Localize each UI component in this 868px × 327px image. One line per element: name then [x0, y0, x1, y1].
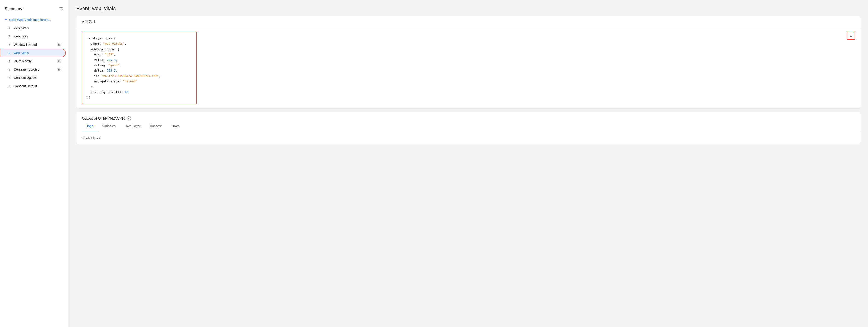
item-number: 6: [5, 43, 10, 47]
item-number: 4: [5, 60, 10, 63]
code-line-10: },: [87, 84, 192, 89]
code-line-1: dataLayer.push({: [87, 36, 192, 41]
output-card: Output of GTM-PMZ5VPR ? Tags Variables D…: [76, 112, 861, 144]
item-label: web_vitals: [14, 51, 61, 55]
sidebar-group-core-web-vitals[interactable]: ▼ Core Web Vitals measurem...: [0, 16, 69, 24]
help-icon[interactable]: ?: [127, 116, 131, 120]
page-title: Event: web_vitals: [76, 5, 861, 11]
sidebar-group-label: Core Web Vitals measurem...: [9, 18, 51, 22]
api-call-card: API Call dataLayer.push({ event: "web_vi…: [76, 16, 861, 108]
tabs-bar: Tags Variables Data Layer Consent Errors: [76, 121, 861, 131]
code-icon: ⊡: [57, 43, 61, 47]
tab-content: Tags Fired: [76, 131, 861, 144]
item-number: 2: [5, 76, 10, 80]
item-label: Container Loaded: [14, 68, 55, 71]
item-number: 1: [5, 84, 10, 88]
sidebar-item-6[interactable]: 6 Window Loaded ⊡: [0, 40, 66, 49]
api-call-body: dataLayer.push({ event: "web_vitals", we…: [76, 28, 861, 108]
sidebar-title: Summary: [5, 6, 22, 11]
code-line-2: event: "web_vitals",: [87, 41, 192, 46]
code-block: dataLayer.push({ event: "web_vitals", we…: [82, 31, 197, 105]
tab-variables[interactable]: Variables: [98, 121, 120, 131]
tab-data-layer[interactable]: Data Layer: [120, 121, 145, 131]
item-label: Consent Default: [14, 84, 61, 88]
sidebar-item-2[interactable]: 2 Consent Update: [0, 73, 66, 82]
sidebar-item-3[interactable]: 3 Container Loaded ⊡: [0, 65, 66, 73]
output-label: Output of GTM-PMZ5VPR: [82, 116, 125, 120]
item-label: web_vitals: [14, 34, 61, 38]
sidebar-item-1[interactable]: 1 Consent Default: [0, 82, 66, 90]
output-card-header: Output of GTM-PMZ5VPR ?: [76, 112, 861, 120]
tab-consent[interactable]: Consent: [145, 121, 166, 131]
item-number: 7: [5, 35, 10, 38]
sidebar-item-8[interactable]: 8 web_vitals: [0, 24, 66, 32]
item-label: Consent Update: [14, 76, 61, 80]
collapse-button[interactable]: ∧: [847, 31, 855, 40]
chevron-down-icon: ▼: [5, 18, 7, 21]
item-label: Window Loaded: [14, 43, 55, 47]
item-number: 5: [5, 51, 10, 55]
item-number: 8: [5, 26, 10, 30]
item-label: DOM Ready: [14, 59, 55, 63]
code-line-8: id: "v4-1723538582424-9497606937133",: [87, 73, 192, 79]
code-icon: ⊡: [57, 68, 61, 71]
code-icon: ⊡: [57, 59, 61, 63]
item-number: 3: [5, 68, 10, 71]
code-line-5: value: 755.5,: [87, 57, 192, 63]
tags-fired-label: Tags Fired: [82, 136, 855, 139]
code-line-3: webVitalsData: {: [87, 47, 192, 52]
sidebar-nav: ▼ Core Web Vitals measurem... 8 web_vita…: [0, 16, 69, 90]
sidebar: Summary ▼ Core Web Vitals measurem... 8 …: [0, 0, 69, 327]
code-line-7: delta: 755.5,: [87, 68, 192, 73]
code-line-12: }): [87, 95, 192, 100]
code-line-11: gtm.uniqueEventId: 29: [87, 89, 192, 95]
filter-button[interactable]: [58, 5, 64, 12]
code-line-9: navigationType: "reload": [87, 79, 192, 84]
tab-tags[interactable]: Tags: [82, 121, 98, 131]
tab-errors[interactable]: Errors: [166, 121, 184, 131]
code-line-4: name: "LCP",: [87, 52, 192, 57]
item-label: web_vitals: [14, 26, 61, 30]
api-call-header: API Call: [76, 16, 861, 28]
sidebar-item-4[interactable]: 4 DOM Ready ⊡: [0, 57, 66, 65]
sidebar-header: Summary: [0, 4, 69, 16]
main-content: Event: web_vitals API Call dataLayer.pus…: [69, 0, 868, 327]
sidebar-item-5[interactable]: 5 web_vitals: [0, 49, 66, 57]
code-line-6: rating: "good",: [87, 63, 192, 68]
sidebar-item-7[interactable]: 7 web_vitals: [0, 32, 66, 40]
